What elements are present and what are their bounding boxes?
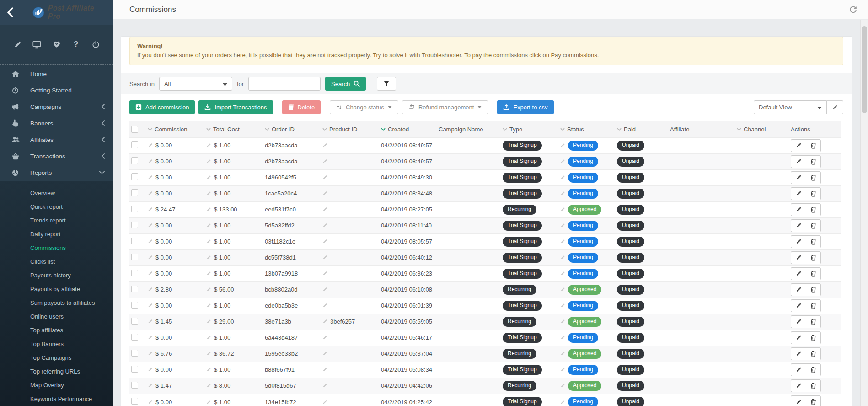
column-header-select-all[interactable] [129, 121, 146, 137]
column-header-type[interactable]: Type [501, 121, 558, 137]
sort-icon[interactable] [617, 128, 622, 131]
edit-status-icon[interactable] [560, 303, 565, 308]
edit-row-button[interactable] [791, 283, 806, 296]
edit-total-cost-icon[interactable] [206, 351, 211, 356]
column-header-paid[interactable]: Paid [615, 121, 668, 137]
select-all-checkbox[interactable] [131, 126, 138, 133]
sidebar-item-home[interactable]: Home [0, 65, 113, 82]
export-csv-button[interactable]: Export to csv [497, 100, 553, 114]
delete-row-button[interactable] [806, 235, 821, 248]
edit-total-cost-icon[interactable] [206, 207, 211, 212]
submenu-item-payouts-by-affiliate[interactable]: Payouts by affiliate [0, 282, 113, 296]
search-button[interactable]: Search [325, 77, 366, 91]
column-header-created[interactable]: Created [379, 121, 437, 137]
edit-status-icon[interactable] [560, 239, 565, 244]
edit-status-icon[interactable] [560, 287, 565, 292]
edit-total-cost-icon[interactable] [206, 400, 211, 405]
edit-status-icon[interactable] [560, 319, 565, 324]
sidebar-item-reports[interactable]: Reports [0, 164, 113, 181]
search-input[interactable] [248, 77, 321, 91]
row-checkbox[interactable] [131, 302, 138, 309]
submenu-item-quick-report[interactable]: Quick report [0, 200, 113, 214]
edit-row-button[interactable] [791, 187, 806, 200]
sidebar-item-affiliates[interactable]: Affiliates [0, 131, 113, 148]
submenu-item-online-users[interactable]: Online users [0, 310, 113, 324]
row-checkbox[interactable] [131, 238, 138, 244]
sort-icon[interactable] [148, 128, 152, 131]
delete-row-button[interactable] [806, 283, 821, 296]
edit-row-button[interactable] [791, 267, 806, 280]
edit-row-button[interactable] [791, 139, 806, 152]
edit-product-id-icon[interactable] [322, 175, 327, 180]
sort-icon[interactable] [265, 128, 269, 131]
edit-status-icon[interactable] [560, 351, 565, 356]
delete-row-button[interactable] [806, 363, 821, 376]
edit-product-id-icon[interactable] [322, 287, 327, 292]
delete-row-button[interactable] [806, 251, 821, 264]
delete-row-button[interactable] [806, 395, 821, 406]
delete-row-button[interactable] [806, 267, 821, 280]
column-header-channel[interactable]: Channel [735, 121, 789, 137]
edit-total-cost-icon[interactable] [206, 319, 211, 324]
edit-status-icon[interactable] [560, 159, 565, 164]
submenu-item-sum-payouts-to-affiliates[interactable]: Sum payouts to affiliates [0, 296, 113, 310]
edit-row-button[interactable] [791, 203, 806, 216]
monitor-icon[interactable] [32, 39, 43, 50]
submenu-item-overview[interactable]: Overview [0, 186, 113, 200]
row-checkbox[interactable] [131, 254, 138, 260]
sort-icon[interactable] [737, 128, 741, 131]
row-checkbox[interactable] [131, 270, 138, 276]
edit-row-button[interactable] [791, 171, 806, 184]
edit-commission-icon[interactable] [148, 143, 153, 148]
row-checkbox[interactable] [131, 286, 138, 292]
submenu-item-commissions[interactable]: Commissions [0, 241, 113, 255]
edit-total-cost-icon[interactable] [206, 255, 211, 260]
submenu-item-clicks-list[interactable]: Clicks list [0, 255, 113, 269]
sidebar-item-campaigns[interactable]: Campaigns [0, 98, 113, 115]
edit-status-icon[interactable] [560, 271, 565, 276]
edit-commission-icon[interactable] [148, 287, 153, 292]
sidebar-item-getting-started[interactable]: Getting Started [0, 82, 113, 98]
filter-button[interactable] [377, 77, 396, 91]
edit-commission-icon[interactable] [148, 303, 153, 308]
edit-total-cost-icon[interactable] [206, 335, 211, 340]
edit-commission-icon[interactable] [148, 271, 153, 276]
edit-row-button[interactable] [791, 395, 806, 406]
edit-total-cost-icon[interactable] [206, 159, 211, 164]
sort-icon[interactable] [381, 128, 386, 131]
import-transactions-button[interactable]: Import Transactions [198, 100, 273, 114]
delete-row-button[interactable] [806, 331, 821, 344]
submenu-item-payouts-history[interactable]: Payouts history [0, 269, 113, 282]
delete-row-button[interactable] [806, 219, 821, 232]
edit-row-button[interactable] [791, 219, 806, 232]
submenu-item-trends-report[interactable]: Trends report [0, 214, 113, 227]
edit-row-button[interactable] [791, 331, 806, 344]
sidebar-item-banners[interactable]: Banners [0, 115, 113, 131]
edit-view-button[interactable] [827, 100, 843, 114]
row-checkbox[interactable] [131, 334, 138, 341]
edit-total-cost-icon[interactable] [206, 223, 211, 228]
submenu-item-top-affiliates[interactable]: Top affiliates [0, 324, 113, 337]
delete-row-button[interactable] [806, 379, 821, 392]
edit-total-cost-icon[interactable] [206, 303, 211, 308]
edit-commission-icon[interactable] [148, 207, 153, 212]
edit-status-icon[interactable] [560, 175, 565, 180]
column-header-product-id[interactable]: Product ID [321, 121, 379, 137]
edit-total-cost-icon[interactable] [206, 287, 211, 292]
edit-row-button[interactable] [791, 299, 806, 312]
edit-product-id-icon[interactable] [322, 303, 327, 308]
edit-product-id-icon[interactable] [322, 255, 327, 260]
delete-row-button[interactable] [806, 171, 821, 184]
edit-commission-icon[interactable] [148, 335, 153, 340]
edit-total-cost-icon[interactable] [206, 239, 211, 244]
troubleshooter-link[interactable]: Troubleshooter [422, 52, 461, 59]
edit-product-id-icon[interactable] [322, 143, 327, 148]
edit-commission-icon[interactable] [148, 319, 153, 324]
collapse-sidebar-icon[interactable] [6, 7, 20, 17]
edit-product-id-icon[interactable] [322, 335, 327, 340]
row-checkbox[interactable] [131, 366, 138, 373]
row-checkbox[interactable] [131, 382, 138, 389]
refresh-icon[interactable] [849, 5, 857, 13]
submenu-item-daily-report[interactable]: Daily report [0, 227, 113, 241]
delete-row-button[interactable] [806, 139, 821, 152]
